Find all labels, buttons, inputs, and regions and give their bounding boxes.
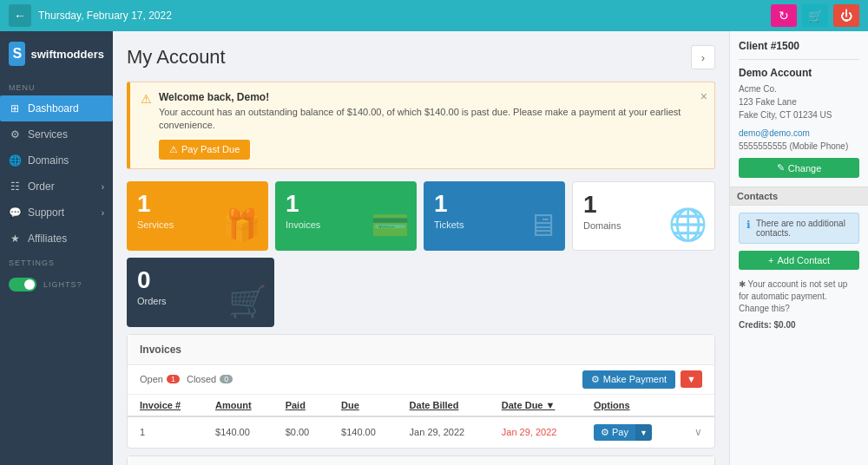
col-expand [677, 395, 714, 416]
alert-close-button[interactable]: × [700, 89, 707, 103]
orders-stat-card[interactable]: 0 Orders 🛒 [127, 258, 274, 327]
main-content: My Account › ⚠ Welcome back, Demo! Your … [113, 31, 729, 465]
alert-message: Your account has an outstanding balance … [159, 106, 704, 133]
sidebar-item-label: Order [28, 180, 55, 193]
order-icon: ☷ [9, 180, 21, 193]
chevron-right-icon: › [102, 208, 104, 218]
right-panel: Client #1500 Demo Account Acme Co. 123 F… [729, 31, 868, 465]
power-button[interactable]: ⏻ [833, 4, 859, 27]
stat-cards-row1: 1 Services 🎁 1 Invoices 💳 1 Tickets 🖥 [127, 181, 715, 251]
support-icon: 💬 [9, 206, 21, 219]
invoice-actions: ⚙ Make Payment ▼ [582, 370, 702, 389]
account-name: Demo Account [739, 67, 859, 79]
sidebar-item-dashboard[interactable]: ⊞ Dashboard [0, 95, 113, 121]
lights-toggle[interactable] [9, 278, 36, 291]
services-section: Services [127, 455, 715, 465]
make-payment-label: Make Payment [603, 374, 667, 384]
table-row: 1 $140.00 $0.00 $140.00 Jan 29, 2022 Jan… [128, 416, 714, 448]
chevron-down-icon: ▼ [640, 429, 648, 437]
logo-icon: S [9, 42, 25, 66]
pay-dropdown-button[interactable]: ▼ [635, 424, 652, 441]
top-navigation: ← Thursday, February 17, 2022 ↻ 🛒 ⏻ [0, 0, 868, 31]
domains-stat-card[interactable]: 1 Domains 🌐 [572, 181, 715, 251]
plus-icon: + [768, 255, 773, 265]
invoices-bg-icon: 💳 [371, 207, 410, 244]
col-options: Options [582, 395, 677, 416]
gear-icon: ⚙ [591, 374, 600, 385]
pay-past-due-button[interactable]: ⚠ Pay Past Due [159, 140, 250, 160]
sidebar: S swiftmodders MENU ⊞ Dashboard ⚙ Servic… [0, 31, 113, 465]
expand-row-icon[interactable]: ∨ [694, 426, 702, 438]
invoice-options: ⚙ Pay ▼ [582, 416, 677, 448]
client-email[interactable]: demo@demo.com [739, 128, 810, 138]
top-nav-right: ↻ 🛒 ⏻ [771, 4, 859, 27]
invoices-tabs-bar: Open 1 Closed 0 ⚙ Make Payment ▼ [128, 365, 714, 395]
client-id: Client #1500 [739, 40, 859, 60]
sidebar-item-affiliates[interactable]: ★ Affiliates [0, 226, 113, 252]
edit-icon: ✎ [777, 162, 785, 174]
col-due: Due [329, 395, 398, 416]
warning-icon: ⚠ [141, 92, 152, 106]
sidebar-item-order[interactable]: ☷ Order › [0, 174, 113, 200]
add-contact-label: Add Contact [777, 255, 830, 265]
sidebar-item-label: Services [28, 128, 68, 141]
invoice-tabs: Open 1 Closed 0 [140, 374, 233, 384]
page-header: My Account › [127, 45, 715, 69]
top-nav-left: ← Thursday, February 17, 2022 [9, 4, 172, 27]
cart-button[interactable]: 🛒 [802, 4, 828, 27]
closed-count-badge: 0 [220, 375, 233, 383]
invoice-date-due: Jan 29, 2022 [490, 416, 582, 448]
sidebar-item-domains[interactable]: 🌐 Domains [0, 147, 113, 174]
tab-closed[interactable]: Closed 0 [187, 374, 233, 384]
tab-closed-label: Closed [187, 374, 216, 384]
change-label: Change [788, 163, 822, 174]
stat-cards-row2: 0 Orders 🛒 [127, 258, 715, 327]
invoices-stat-card[interactable]: 1 Invoices 💳 [275, 181, 417, 251]
domains-bg-icon: 🌐 [668, 206, 707, 243]
invoice-number: 1 [128, 416, 203, 448]
tickets-bg-icon: 🖥 [527, 207, 558, 244]
filter-icon: ▼ [687, 374, 696, 384]
logo: S swiftmodders [0, 31, 113, 76]
back-button[interactable]: ← [9, 4, 31, 27]
tab-open[interactable]: Open 1 [140, 374, 180, 384]
company-name: Acme Co. [739, 82, 859, 95]
payment-note: ✱ Your account is not set up for automat… [739, 278, 859, 315]
services-section-header: Services [128, 456, 714, 465]
pay-button[interactable]: ⚙ Pay [594, 424, 635, 441]
contacts-section-label: Contacts [730, 187, 868, 206]
services-bg-icon: 🎁 [222, 207, 261, 244]
change-client-button[interactable]: ✎ Change [739, 158, 859, 178]
alert-content: Welcome back, Demo! Your account has an … [159, 91, 704, 160]
page-title: My Account [127, 46, 226, 69]
sidebar-item-label: Support [28, 206, 64, 219]
warning-icon-small: ⚠ [169, 144, 178, 155]
make-payment-button[interactable]: ⚙ Make Payment [582, 370, 675, 389]
page-navigate-button[interactable]: › [691, 45, 715, 69]
client-details: Acme Co. 123 Fake Lane Fake City, CT 012… [739, 82, 859, 121]
sidebar-item-label: Domains [28, 154, 69, 167]
refresh-button[interactable]: ↻ [771, 4, 797, 27]
table-header-row: Invoice # Amount Paid Due Date Billed Da… [128, 395, 714, 416]
filter-button[interactable]: ▼ [681, 370, 702, 388]
credits-text: Credits: $0.00 [739, 320, 859, 330]
col-amount: Amount [203, 395, 273, 416]
sidebar-item-support[interactable]: 💬 Support › [0, 200, 113, 226]
col-invoice: Invoice # [128, 395, 203, 416]
settings-label: SETTINGS [0, 252, 113, 271]
sidebar-item-services[interactable]: ⚙ Services [0, 121, 113, 147]
sidebar-item-label: Affiliates [28, 232, 67, 245]
dashboard-icon: ⊞ [9, 102, 21, 115]
invoice-amount: $140.00 [203, 416, 273, 448]
menu-label: MENU [0, 76, 113, 95]
client-phone: 5555555555 (Mobile Phone) [739, 141, 848, 151]
open-count-badge: 1 [167, 375, 180, 383]
services-stat-card[interactable]: 1 Services 🎁 [127, 181, 268, 251]
tickets-stat-card[interactable]: 1 Tickets 🖥 [424, 181, 565, 251]
invoice-paid: $0.00 [273, 416, 329, 448]
add-contact-button[interactable]: + Add Contact [739, 251, 859, 270]
tab-open-label: Open [140, 374, 163, 384]
address-line1: 123 Fake Lane [739, 95, 859, 108]
contact-info: demo@demo.com 5555555555 (Mobile Phone) [739, 127, 859, 153]
invoices-table: Invoice # Amount Paid Due Date Billed Da… [128, 395, 714, 448]
